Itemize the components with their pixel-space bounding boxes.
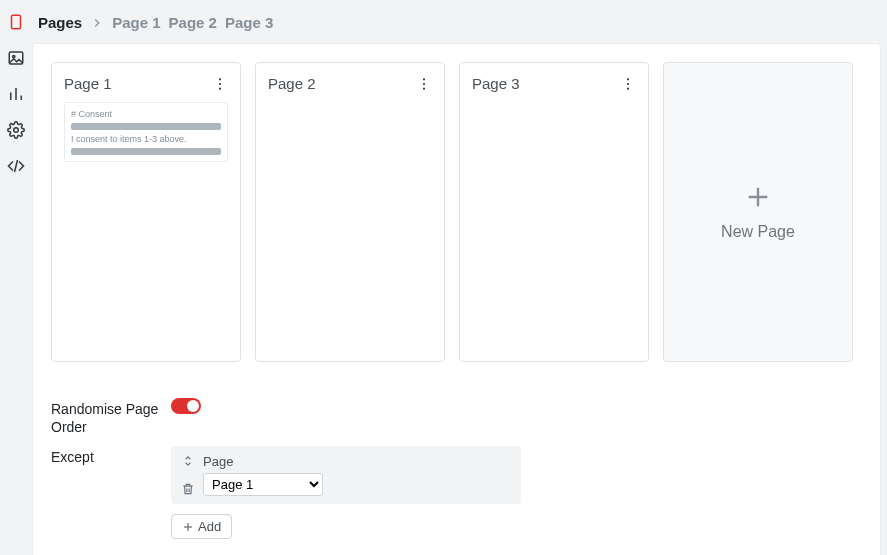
preview-bar [71,148,221,155]
image-icon[interactable] [6,48,26,68]
svg-point-4 [219,78,221,80]
page-preview: # Consent I consent to items 1-3 above. [64,102,228,162]
new-page-button[interactable]: New Page [663,62,853,362]
page-card-title: Page 1 [64,75,112,92]
pages-icon[interactable] [6,12,26,32]
preview-bar [71,123,221,130]
page-card-list: Page 1 # Consent I consent to items 1-3 … [51,62,862,362]
svg-point-12 [627,87,629,89]
breadcrumb-root[interactable]: Pages [38,14,82,31]
chevron-right-icon [90,16,104,30]
more-icon[interactable] [620,76,636,92]
chart-icon[interactable] [6,84,26,104]
page-card[interactable]: Page 3 [459,62,649,362]
svg-point-10 [627,78,629,80]
except-field-label: Page [203,454,511,469]
except-page-select[interactable]: Page 1Page 2Page 3 [203,473,323,496]
except-label: Except [51,446,171,466]
svg-point-9 [423,87,425,89]
svg-rect-0 [12,15,21,29]
plus-icon [744,183,772,211]
trash-icon[interactable] [181,482,195,496]
svg-point-5 [219,82,221,84]
page-card[interactable]: Page 2 [255,62,445,362]
svg-point-7 [423,78,425,80]
sidebar [0,0,32,555]
randomise-label: Randomise Page Order [51,398,171,436]
page-card-title: Page 3 [472,75,520,92]
breadcrumb-item[interactable]: Page 2 [169,14,217,31]
svg-point-6 [219,87,221,89]
pages-panel: Page 1 # Consent I consent to items 1-3 … [32,43,881,555]
svg-point-11 [627,82,629,84]
svg-point-2 [13,55,15,57]
preview-text: # Consent [71,109,221,119]
plus-icon [182,521,194,533]
breadcrumb-item[interactable]: Page 3 [225,14,273,31]
svg-point-3 [14,128,19,133]
svg-point-8 [423,82,425,84]
add-except-button[interactable]: Add [171,514,232,539]
randomise-toggle[interactable] [171,398,201,414]
gear-icon[interactable] [6,120,26,140]
more-icon[interactable] [212,76,228,92]
breadcrumb-item[interactable]: Page 1 [112,14,160,31]
page-card-title: Page 2 [268,75,316,92]
drag-handle-icon[interactable] [181,454,195,468]
add-label: Add [198,519,221,534]
preview-text: I consent to items 1-3 above. [71,134,221,144]
page-card[interactable]: Page 1 # Consent I consent to items 1-3 … [51,62,241,362]
more-icon[interactable] [416,76,432,92]
new-page-label: New Page [721,223,795,241]
code-icon[interactable] [6,156,26,176]
breadcrumb: Pages Page 1 Page 2 Page 3 [32,0,887,43]
except-item: Page Page 1Page 2Page 3 [171,446,521,504]
